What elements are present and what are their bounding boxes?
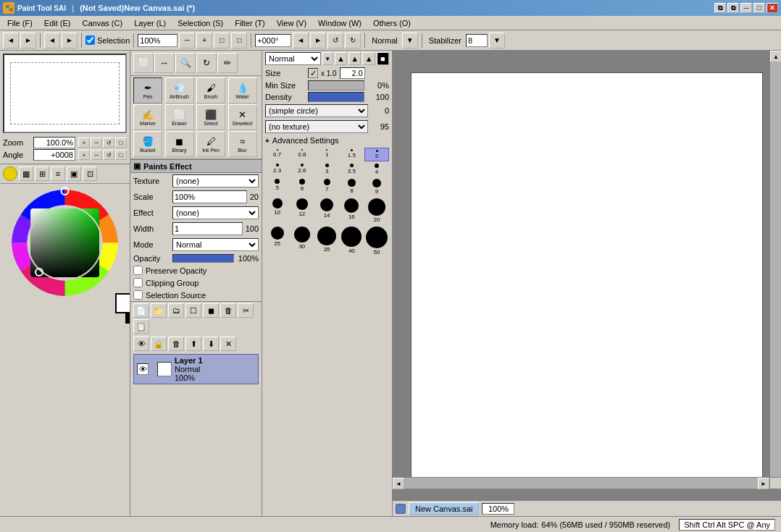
marker-tool-btn[interactable]: ✍ Marker [133, 104, 162, 130]
scroll-track-h[interactable] [404, 478, 758, 489]
zoom-dec-btn[interactable]: ─ [91, 138, 102, 148]
color-wheel[interactable] [9, 187, 121, 299]
color-picker-btn[interactable]: ⊡ [83, 166, 97, 181]
normal-dropdown-btn[interactable]: ▼ [402, 33, 418, 48]
layer-group-btn[interactable]: 🗂 [168, 303, 184, 318]
color-bars-btn[interactable]: ▦ [19, 166, 33, 181]
brush-size-50[interactable]: 50 [364, 225, 389, 257]
new-layer-btn[interactable]: 📄 [133, 303, 149, 318]
brush-size-1.5[interactable]: 1.5 [340, 148, 364, 161]
select-tool-btn[interactable]: ⬛ Select [196, 104, 225, 130]
shape-btn-1[interactable]: ▲ [335, 52, 347, 65]
menu-file[interactable]: File (F) [1, 17, 38, 29]
rot-prev-btn[interactable]: ◄ [293, 33, 309, 48]
close-btn[interactable]: ✕ [767, 3, 778, 13]
scroll-left-btn[interactable]: ◄ [393, 478, 404, 489]
zoom-actual-btn[interactable]: □ [231, 33, 247, 48]
scale-input[interactable] [172, 190, 247, 203]
zoom-value[interactable] [33, 137, 75, 148]
brush-size-25[interactable]: 25 [265, 225, 289, 257]
layer-up-btn[interactable]: ⬆ [185, 337, 201, 351]
bucket-tool-btn[interactable]: 🪣 Bucket [133, 131, 162, 157]
brush-size-30[interactable]: 30 [290, 225, 314, 257]
brush-size-6[interactable]: 6 [290, 177, 314, 196]
brush-size-12[interactable]: 12 [290, 197, 314, 224]
layer-item[interactable]: 👁 Layer 1 Normal 100% [133, 354, 259, 384]
brush-size-35[interactable]: 35 [315, 225, 339, 257]
rotate-tool[interactable]: ↻ [196, 53, 217, 73]
marquee-select-tool[interactable]: ⬜ [133, 53, 154, 73]
color-list-btn[interactable]: ≡ [51, 166, 65, 181]
pen-tool-btn[interactable]: ✒ Pen [133, 77, 162, 104]
layer-close-btn[interactable]: ✕ [220, 337, 236, 351]
layer-paste-btn[interactable]: 📋 [133, 319, 149, 334]
zoom-fit-btn[interactable]: □ [214, 33, 230, 48]
size-checkbox[interactable]: ✓ [308, 68, 318, 78]
brush-size-2.3[interactable]: 2.3 [265, 162, 289, 177]
zoom-tool[interactable]: 🔍 [175, 53, 196, 73]
zoom-reset-btn[interactable]: ↺ [103, 138, 114, 148]
blend-dropdown-btn[interactable]: ▼ [322, 52, 333, 65]
restore-btn-1[interactable]: ⧉ [714, 3, 726, 13]
selection-checkbox[interactable] [85, 35, 95, 45]
layer-down-btn[interactable]: ⬇ [203, 337, 219, 351]
selection-source-checkbox[interactable] [133, 290, 143, 300]
layer-visible-btn[interactable]: 👁 [133, 337, 149, 351]
maximize-btn[interactable]: □ [753, 3, 765, 13]
layer-mask-btn[interactable]: ☐ [185, 303, 201, 318]
opacity-slider[interactable] [172, 254, 234, 263]
layer-delete2-btn[interactable]: 🗑 [168, 337, 184, 351]
clipping-group-checkbox[interactable] [133, 278, 143, 287]
ink-pen-tool-btn[interactable]: 🖊 Ink Pen [196, 131, 225, 157]
menu-edit[interactable]: Edit (E) [38, 17, 77, 29]
doc-tab[interactable]: New Canvas.sai [409, 502, 479, 515]
brush-tool-btn[interactable]: 🖌 Brush [196, 77, 225, 104]
menu-view[interactable]: View (V) [271, 17, 312, 29]
brush-size-5[interactable]: 5 [265, 177, 289, 196]
blend-mode-select[interactable]: Normal [265, 52, 321, 65]
texture-select[interactable]: (none) [172, 174, 259, 187]
new-folder-btn[interactable]: 📁 [151, 303, 167, 318]
mode-select[interactable]: Normal [172, 238, 259, 251]
shape-btn-2[interactable]: ▲ [348, 52, 361, 65]
binary-tool-btn[interactable]: ◼ Binary [165, 131, 194, 157]
right-scrollbar[interactable]: ▲ ▼ [769, 51, 781, 489]
foreground-color[interactable] [115, 293, 130, 313]
brush-size-16[interactable]: 16 [340, 197, 364, 224]
menu-window[interactable]: Window (W) [312, 17, 367, 29]
zoom-fit-small-btn[interactable]: □ [115, 138, 127, 148]
menu-layer[interactable]: Layer (L) [128, 17, 172, 29]
layer-delete-btn[interactable]: 🗑 [220, 303, 236, 318]
canvas-viewport[interactable]: ▲ ▼ ◄ ► New Canvas.sai [393, 51, 781, 516]
rot-ccw-btn[interactable]: ↺ [327, 33, 343, 48]
rot-cw-btn[interactable]: ↻ [345, 33, 361, 48]
brush-size-40[interactable]: 40 [340, 225, 364, 257]
eraser-tool-btn[interactable]: ⬜ Eraser [165, 104, 194, 130]
brush-size-7[interactable]: 7 [315, 177, 339, 196]
color-swatches-btn[interactable]: ▣ [67, 166, 81, 181]
restore-btn-2[interactable]: ⧉ [727, 3, 739, 13]
texture-select-2[interactable]: (no texture) [265, 120, 368, 133]
brush-size-0.7[interactable]: 0.7 [265, 148, 289, 161]
brush-size-3.5[interactable]: 3.5 [340, 162, 364, 177]
layer-fill-btn[interactable]: ◼ [203, 303, 219, 318]
scroll-track-v[interactable] [770, 62, 781, 477]
deselect-tool-btn[interactable]: ✕ Deselect [228, 104, 257, 130]
airbrush-tool-btn[interactable]: 💨 AirBrush [165, 77, 194, 104]
minimize-btn[interactable]: ─ [740, 3, 752, 13]
shape-btn-3[interactable]: ▲ [362, 52, 375, 65]
nav-next2-btn[interactable]: ► [62, 33, 78, 48]
bottom-scrollbar[interactable]: ◄ ► [393, 477, 769, 489]
scroll-right-btn[interactable]: ► [758, 478, 769, 489]
brush-size-2.6[interactable]: 2.6 [290, 162, 314, 177]
angle-dec-btn[interactable]: ─ [91, 150, 102, 160]
menu-filter[interactable]: Filter (T) [229, 17, 271, 29]
zoom-plus-btn[interactable]: + [196, 33, 212, 48]
scroll-up-btn[interactable]: ▲ [770, 51, 781, 62]
brush-size-0.8[interactable]: 0.8 [290, 148, 314, 161]
brush-size-2[interactable]: 2 [364, 148, 389, 161]
brush-size-10[interactable]: 10 [265, 197, 289, 224]
preserve-opacity-checkbox[interactable] [133, 266, 143, 275]
shape-btn-4[interactable]: ■ [377, 52, 389, 65]
nav-prev2-btn[interactable]: ◄ [44, 33, 60, 48]
